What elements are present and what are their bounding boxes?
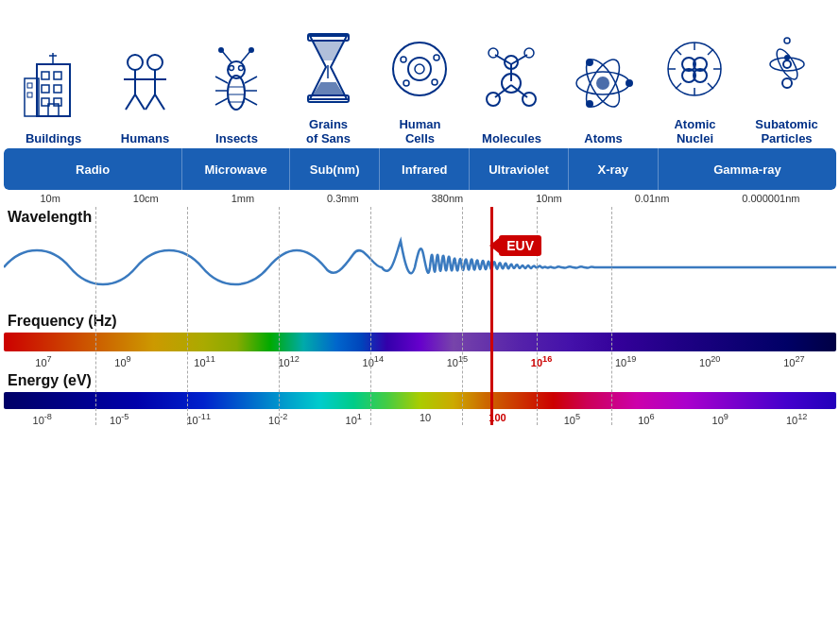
energy-color-bar: [4, 392, 836, 409]
svg-point-26: [219, 48, 223, 52]
spectrum-radio: Radio: [4, 148, 182, 190]
measure-001nm: 0.01nm: [635, 193, 670, 204]
svg-rect-10: [27, 93, 32, 97]
svg-point-18: [147, 55, 163, 70]
vline-3: [279, 207, 280, 425]
energy-1e5: 105: [564, 412, 580, 426]
humans-icon: [112, 41, 179, 126]
svg-line-21: [146, 94, 155, 110]
vline-5: [462, 207, 463, 425]
vline-4: [370, 207, 371, 425]
main-wrapper: Buildings Huma: [0, 0, 840, 632]
freq-1e19: 1019: [615, 354, 636, 368]
energy-1e12: 1012: [786, 412, 807, 426]
energy-1e9: 109: [712, 412, 729, 426]
energy-label: Energy (eV): [8, 372, 836, 389]
svg-point-48: [403, 80, 409, 86]
freq-1e15: 1015: [447, 354, 468, 368]
svg-point-58: [523, 93, 536, 106]
freq-1e27: 1027: [783, 354, 804, 368]
svg-point-59: [489, 48, 498, 58]
svg-point-23: [228, 76, 245, 110]
energy-measures: 10-8 10-5 10-11 10-2 101 10 100 105 106 …: [4, 412, 836, 426]
icon-atoms: Atoms: [557, 41, 649, 146]
energy-1em5: 10-5: [110, 412, 129, 426]
svg-rect-4: [54, 85, 61, 93]
svg-point-28: [249, 48, 253, 52]
svg-line-31: [215, 77, 228, 83]
vline-7: [611, 207, 612, 425]
freq-1e14: 1014: [363, 354, 384, 368]
svg-rect-3: [42, 85, 49, 93]
svg-point-85: [782, 78, 792, 88]
icon-insects: Insects: [191, 41, 283, 146]
svg-point-45: [415, 64, 424, 74]
svg-line-34: [245, 77, 257, 83]
vline-1: [95, 207, 96, 425]
svg-point-81: [783, 60, 791, 68]
subatomic-label: Subatomic Particles: [755, 117, 817, 146]
measure-10cm: 10cm: [133, 193, 159, 204]
measure-1mm: 1mm: [231, 193, 254, 204]
icon-atomic-nuclei: Atomic Nuclei: [649, 26, 741, 146]
svg-rect-9: [27, 83, 32, 88]
icon-buildings: Buildings: [8, 41, 99, 146]
insects-label: Insects: [215, 131, 258, 146]
svg-point-60: [524, 48, 534, 58]
svg-point-13: [128, 55, 143, 70]
measure-0000001nm: 0.000001nm: [742, 193, 799, 204]
energy-1em11: 10-11: [187, 412, 211, 426]
vline-2: [187, 207, 188, 425]
svg-point-84: [785, 56, 789, 60]
svg-point-57: [487, 93, 500, 106]
atomic-nuclei-label: Atomic Nuclei: [674, 117, 715, 146]
icon-humans: Humans: [99, 41, 191, 146]
wave-container: [4, 226, 836, 309]
svg-point-67: [587, 101, 592, 107]
svg-rect-1: [42, 72, 49, 79]
spectrum-gamma: Gamma-ray: [659, 148, 836, 190]
measure-03mm: 0.3mm: [327, 193, 359, 204]
icons-section: Buildings Huma: [0, 0, 840, 146]
svg-line-77: [676, 49, 681, 55]
energy-1e1: 101: [346, 412, 362, 426]
svg-point-65: [626, 80, 632, 86]
energy-1em8: 10-8: [33, 412, 52, 426]
buildings-icon: [21, 41, 87, 126]
svg-line-78: [708, 83, 713, 89]
svg-point-66: [587, 60, 592, 65]
measure-10nm: 10nm: [536, 193, 562, 204]
measure-380nm: 380nm: [432, 193, 464, 204]
measure-10m: 10m: [40, 193, 60, 204]
svg-point-49: [432, 79, 437, 85]
svg-point-43: [393, 43, 446, 95]
euv-badge: EUV: [499, 235, 541, 256]
atoms-label: Atoms: [584, 131, 622, 146]
freq-measures: 107 109 1011 1012 1014 1015 1016 1019 10…: [4, 354, 836, 368]
spectrum-infrared: Infrared: [380, 148, 470, 190]
svg-line-16: [126, 94, 135, 110]
svg-point-46: [401, 57, 406, 62]
subatomic-icon: [754, 26, 820, 111]
freq-color-bar: [4, 333, 836, 351]
spectrum-subnm: Sub(nm): [290, 148, 380, 190]
atomic-nuclei-icon: [662, 26, 729, 111]
spectrum-microwave: Microwave: [182, 148, 290, 190]
freq-1e11: 1011: [194, 354, 214, 368]
svg-rect-6: [54, 98, 61, 106]
svg-point-83: [772, 46, 800, 82]
grains-icon: [296, 26, 362, 111]
svg-line-79: [708, 49, 713, 55]
svg-point-86: [784, 38, 790, 43]
svg-point-47: [434, 55, 439, 60]
freq-1e20: 1020: [699, 354, 720, 368]
buildings-label: Buildings: [26, 131, 81, 146]
atoms-icon: [571, 41, 637, 126]
molecules-label: Molecules: [482, 131, 541, 146]
svg-line-25: [222, 51, 231, 62]
freq-1e9: 109: [114, 354, 130, 368]
freq-1e16: 1016: [531, 354, 552, 368]
svg-line-27: [241, 51, 250, 62]
svg-point-44: [408, 58, 431, 80]
energy-1e6: 106: [638, 412, 654, 426]
